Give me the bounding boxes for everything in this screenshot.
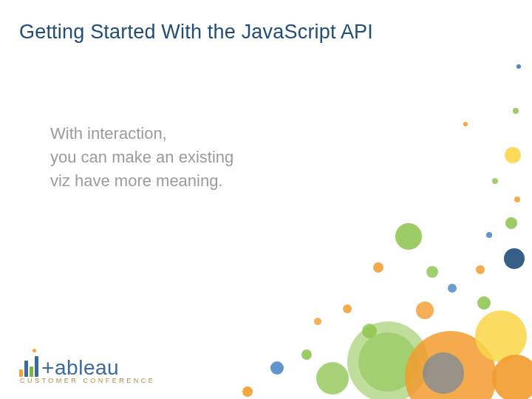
bubble-icon — [505, 147, 521, 163]
slide: Getting Started With the JavaScript API … — [0, 0, 532, 399]
slide-body: With interaction, you can make an existi… — [50, 122, 233, 193]
bubble-icon — [514, 197, 520, 202]
bubble-icon — [423, 352, 464, 394]
bubble-icon — [504, 248, 525, 269]
bubble-icon — [373, 262, 383, 273]
bubble-icon — [486, 232, 492, 238]
bubble-icon — [476, 265, 485, 274]
bubble-icon — [362, 324, 377, 338]
bubble-icon — [492, 178, 498, 184]
bubble-icon — [242, 386, 253, 397]
body-line-1: With interaction, — [50, 122, 233, 146]
logo-bars-icon — [19, 356, 38, 377]
bubble-icon — [316, 362, 349, 395]
slide-title: Getting Started With the JavaScript API — [19, 21, 373, 44]
bubble-icon — [516, 64, 521, 69]
bubble-icon — [395, 223, 422, 250]
bubble-icon — [405, 331, 497, 399]
bubble-graphic — [222, 44, 532, 399]
bubble-icon — [513, 108, 519, 114]
logo-dot-icon — [33, 349, 36, 352]
body-line-2: you can make an existing — [50, 146, 233, 169]
bubble-icon — [505, 217, 517, 229]
bubble-icon — [426, 266, 438, 278]
bubble-icon — [463, 122, 468, 126]
bubble-icon — [301, 349, 312, 360]
tableau-logo: +ableau CUSTOMER CONFERENCE — [19, 352, 155, 384]
bubble-icon — [477, 296, 491, 310]
bubble-icon — [492, 355, 532, 399]
bubble-icon — [358, 332, 417, 392]
bubble-icon — [343, 304, 352, 313]
bubble-icon — [347, 321, 429, 399]
bubble-icon — [416, 301, 434, 319]
bubble-icon — [448, 284, 457, 293]
bubble-icon — [314, 318, 321, 325]
body-line-3: viz have more meaning. — [50, 169, 233, 193]
bubble-icon — [270, 361, 284, 375]
bubble-icon — [475, 310, 527, 362]
logo-wordmark: +ableau — [41, 355, 119, 380]
